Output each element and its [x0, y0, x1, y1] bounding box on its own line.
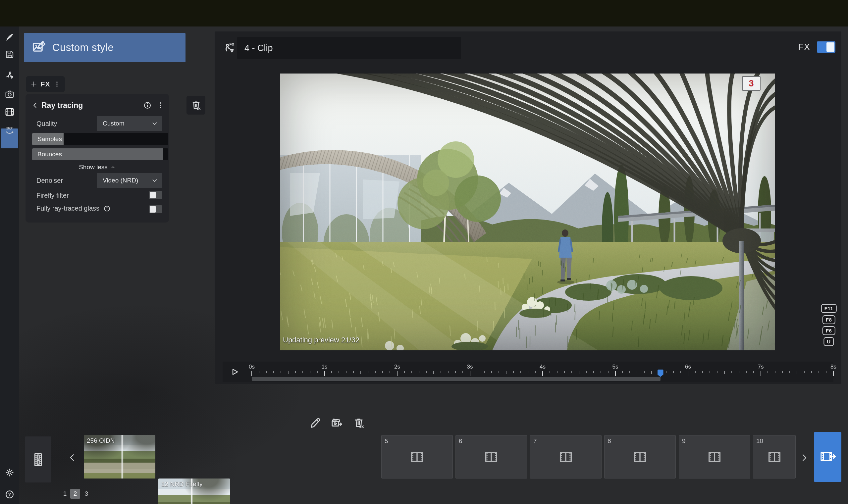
fx-toggle-label: FX [798, 42, 810, 52]
clip-thumbnail-empty[interactable]: 9 [679, 435, 750, 479]
samples-label: Samples [32, 133, 168, 145]
photo-mode-button[interactable] [3, 87, 16, 101]
tick-label: 5s [613, 364, 618, 370]
build-mode-button[interactable] [3, 69, 16, 83]
render-preview[interactable]: 3 Updating preview 21/32 [280, 73, 775, 350]
render-clip-button[interactable] [329, 415, 344, 431]
glass-label-row: Fully ray-traced glass [36, 205, 111, 212]
clip-thumbnail-empty[interactable]: 8 [604, 435, 676, 479]
plus-icon [30, 80, 37, 88]
denoiser-dropdown[interactable]: Video (NRD) [97, 173, 162, 188]
clip-thumbnail-empty[interactable]: 6 [456, 435, 527, 479]
clip-slot-number: 10 [756, 437, 763, 445]
add-fx-button[interactable]: FX [26, 76, 65, 92]
build-character-icon [5, 71, 15, 81]
brush-mode-button[interactable] [3, 31, 16, 44]
effect-title: Ray tracing [41, 101, 143, 110]
quality-dropdown[interactable]: Custom [97, 116, 162, 131]
film-placeholder-icon [558, 449, 573, 465]
timeline-track[interactable] [252, 377, 833, 381]
settings-button[interactable] [3, 466, 16, 479]
window-top-strip [0, 0, 848, 26]
caret-up-icon [110, 165, 116, 170]
play-button[interactable] [227, 365, 242, 379]
fx-toggle[interactable] [817, 41, 835, 53]
film-placeholder-icon [767, 449, 782, 465]
render-app-window: 360° ? Custom style FX [0, 0, 848, 504]
filmstrip-vertical-icon [31, 453, 45, 467]
tick-label: 7s [758, 364, 764, 370]
movie-filmstrip-icon [5, 107, 15, 117]
tick-label: 4s [540, 364, 546, 370]
clip-name-input[interactable]: 4 - Clip [237, 37, 461, 59]
clip-thumbnail[interactable]: 12 NRD Firefly [158, 479, 230, 504]
svg-text:FX: FX [229, 42, 234, 47]
mode-sidebar: 360° ? [0, 26, 19, 504]
glass-toggle[interactable] [149, 205, 162, 213]
clip-effects-icon: FX [223, 42, 236, 55]
delete-effect-button[interactable]: 2x [187, 96, 205, 114]
quality-value: Custom [103, 120, 124, 127]
hotkey-badge: F8 [823, 315, 835, 324]
custom-style-header[interactable]: Custom style [24, 33, 186, 62]
denoiser-label: Denoiser [36, 177, 63, 184]
effect-menu-icon[interactable] [156, 101, 165, 110]
bounces-slider[interactable]: Bounces [32, 148, 168, 160]
clip-thumbnail-empty[interactable]: 10 [753, 435, 796, 479]
tick-label: 0s [249, 364, 255, 370]
panorama-mode-button[interactable]: 360° [3, 124, 16, 138]
samples-slider[interactable]: Samples [32, 133, 168, 145]
clip-thumbnail[interactable]: 256 OIDN [84, 435, 155, 479]
strip-scroll-left-button[interactable] [66, 450, 79, 465]
hotkey-badge: F11 [821, 304, 837, 313]
edit-clip-button[interactable] [308, 415, 323, 431]
film-placeholder-icon [484, 449, 499, 465]
svg-text:?: ? [8, 492, 11, 497]
toggle-knob [150, 192, 156, 198]
page-indicator[interactable]: 3 [82, 489, 91, 499]
chevron-down-icon [151, 120, 158, 127]
film-placeholder-icon [409, 449, 425, 465]
clip-slot-number: 8 [607, 437, 611, 445]
bounces-label: Bounces [32, 148, 168, 160]
svg-text:360°: 360° [6, 126, 13, 130]
page-indicator[interactable]: 1 [60, 489, 70, 499]
back-chevron-icon[interactable] [31, 101, 39, 110]
timeline-ruler[interactable]: 0s 1s 2s 3s 4s 5s 6s 7s 8s [252, 362, 833, 382]
help-button[interactable]: ? [3, 487, 16, 501]
film-placeholder-icon [707, 449, 722, 465]
page-indicator-active[interactable]: 2 [70, 489, 80, 499]
firefly-toggle[interactable] [149, 191, 162, 199]
clip-thumbnail-empty[interactable]: 5 [381, 435, 453, 479]
clip-thumbnail-empty[interactable]: 7 [530, 435, 602, 479]
clip-name-value: 4 - Clip [245, 43, 273, 53]
save-button[interactable] [3, 47, 16, 61]
clip-slot-number: 7 [533, 437, 537, 445]
style-title: Custom style [52, 42, 113, 54]
toggle-knob [150, 206, 156, 213]
preview-scene [280, 73, 775, 350]
help-icon: ? [5, 489, 15, 499]
info-icon[interactable] [103, 205, 111, 212]
clip-slot-number: 6 [459, 437, 462, 445]
render-movie-button[interactable] [814, 432, 841, 482]
ray-traced-glass-label: Fully ray-traced glass [36, 205, 99, 212]
strip-scroll-right-button[interactable] [798, 450, 811, 465]
add-fx-label: FX [41, 80, 50, 88]
badge-count: 3 [749, 78, 754, 89]
preview-status-text: Updating preview 21/32 [283, 336, 359, 344]
show-less-button[interactable]: Show less [25, 163, 169, 172]
info-icon[interactable] [143, 101, 152, 110]
delete-clip-button[interactable]: 2x [351, 415, 366, 431]
film-placeholder-icon [632, 449, 648, 465]
timeline-track-fill [252, 377, 660, 381]
chevron-right-icon [799, 453, 809, 463]
tick-label: 2s [394, 364, 400, 370]
show-less-label: Show less [79, 164, 108, 171]
clip-collection-button[interactable] [25, 436, 51, 483]
ray-tracing-header: Ray tracing [31, 99, 165, 112]
notification-badge[interactable]: 3 [742, 76, 761, 91]
movie-mode-button[interactable] [3, 105, 16, 119]
pencil-icon [309, 417, 322, 429]
timeline-bar: 0s 1s 2s 3s 4s 5s 6s 7s 8s [223, 362, 833, 382]
